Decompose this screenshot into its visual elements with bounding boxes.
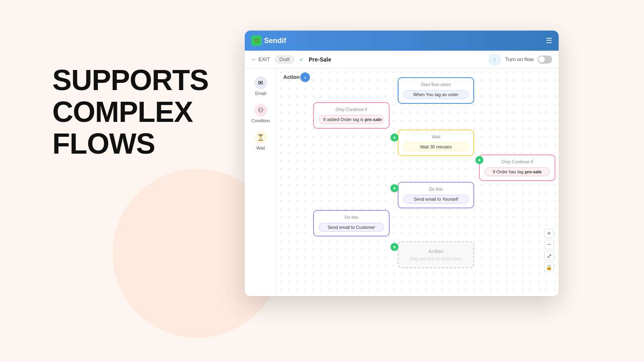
plus-after-wait[interactable]: + bbox=[475, 156, 483, 164]
node-do-this-left-title: Do this bbox=[319, 215, 384, 220]
node-wait[interactable]: Wait Wait 30 minutes bbox=[398, 130, 474, 156]
zoom-out-button[interactable]: − bbox=[544, 240, 554, 249]
node-condition-1-chip: If added Order tag is pre-sale bbox=[319, 115, 384, 124]
plus-after-condition1[interactable]: + bbox=[390, 134, 398, 142]
node-start-chip: When You tag an order bbox=[403, 90, 469, 99]
zoom-controls: + − ⤢ 🔒 bbox=[544, 228, 554, 272]
exit-arrow-icon: ← bbox=[251, 56, 256, 62]
node-condition-2-title: Only Continue if bbox=[485, 159, 550, 164]
app-name: Sendif bbox=[264, 37, 286, 45]
canvas-expand-button[interactable]: › bbox=[300, 72, 310, 82]
app-header: 🌿 Sendif ☰ bbox=[245, 31, 559, 51]
upload-icon[interactable]: ↑ bbox=[488, 53, 501, 66]
node-condition-1-title: Only Continue if bbox=[319, 107, 384, 112]
app-main: ✉ Email ⚇ Condition ⏳ Wait Action › Star… bbox=[245, 68, 559, 296]
node-condition-2-chip: If Order has tag pre-sale bbox=[485, 167, 550, 176]
check-icon: ✓ bbox=[299, 56, 304, 63]
app-logo: 🌿 Sendif bbox=[251, 35, 286, 46]
zoom-in-button[interactable]: + bbox=[544, 228, 554, 238]
node-action-placeholder[interactable]: Action drag and drop an Action here bbox=[398, 241, 474, 268]
exit-button[interactable]: ← EXIT bbox=[251, 56, 270, 62]
canvas-action-label: Action bbox=[283, 74, 299, 80]
node-do-this-center-chip: Send email to Yourself bbox=[403, 195, 469, 204]
flow-name: Pre-Sale bbox=[309, 56, 331, 63]
sidebar-item-condition[interactable]: ⚇ Condition bbox=[247, 101, 275, 126]
node-action-placeholder-subtitle: drag and drop an Action here bbox=[403, 257, 469, 261]
node-start-flow[interactable]: Start flow when When You tag an order bbox=[398, 77, 474, 104]
app-window: 🌿 Sendif ☰ ← EXIT Draft ✓ Pre-Sale ↑ Tur… bbox=[245, 31, 559, 296]
menu-icon[interactable]: ☰ bbox=[546, 36, 552, 45]
node-condition-1[interactable]: Only Continue if If added Order tag is p… bbox=[313, 102, 390, 129]
exit-label: EXIT bbox=[258, 56, 270, 62]
lock-button[interactable]: 🔒 bbox=[544, 262, 554, 272]
node-do-this-center[interactable]: Do this Send email to Yourself bbox=[398, 182, 474, 208]
fullscreen-button[interactable]: ⤢ bbox=[544, 251, 554, 261]
node-action-placeholder-title: Action bbox=[403, 249, 469, 254]
plus-after-condition1-below[interactable]: + bbox=[390, 184, 398, 192]
draft-badge[interactable]: Draft bbox=[275, 56, 294, 64]
hero-text: SUPPORTS COMPLEX FLOWS bbox=[52, 64, 208, 160]
flow-toggle[interactable] bbox=[538, 56, 552, 64]
sidebar-email-label: Email bbox=[255, 91, 266, 96]
hero-line-1: SUPPORTS bbox=[52, 64, 208, 96]
hero-line-2: COMPLEX bbox=[52, 96, 208, 128]
logo-icon: 🌿 bbox=[251, 35, 262, 46]
toolbar-right: ↑ Turn on flow bbox=[488, 53, 552, 66]
turn-on-label: Turn on flow bbox=[505, 56, 534, 62]
sidebar-condition-label: Condition bbox=[251, 118, 270, 123]
hero-line-3: FLOWS bbox=[52, 128, 208, 160]
node-start-title: Start flow when bbox=[403, 82, 469, 87]
node-wait-chip: Wait 30 minutes bbox=[403, 142, 469, 151]
node-do-this-left-chip: Send email to Customer bbox=[319, 223, 384, 232]
email-icon: ✉ bbox=[254, 76, 267, 89]
sidebar-wait-label: Wait bbox=[256, 146, 265, 150]
wait-icon: ⏳ bbox=[254, 131, 267, 144]
app-toolbar: ← EXIT Draft ✓ Pre-Sale ↑ Turn on flow bbox=[245, 51, 559, 68]
sidebar: ✉ Email ⚇ Condition ⏳ Wait bbox=[245, 68, 277, 296]
sidebar-item-wait[interactable]: ⏳ Wait bbox=[247, 128, 275, 154]
node-condition-2[interactable]: Only Continue if If Order has tag pre-sa… bbox=[479, 154, 555, 181]
node-wait-title: Wait bbox=[403, 134, 469, 139]
flow-canvas: Action › Start flow when When You tag an… bbox=[277, 68, 559, 296]
sidebar-item-email[interactable]: ✉ Email bbox=[247, 73, 275, 99]
node-do-this-left[interactable]: Do this Send email to Customer bbox=[313, 210, 390, 237]
plus-after-do-this-left[interactable]: + bbox=[390, 243, 398, 251]
node-do-this-center-title: Do this bbox=[403, 187, 469, 191]
condition-icon: ⚇ bbox=[254, 104, 267, 117]
